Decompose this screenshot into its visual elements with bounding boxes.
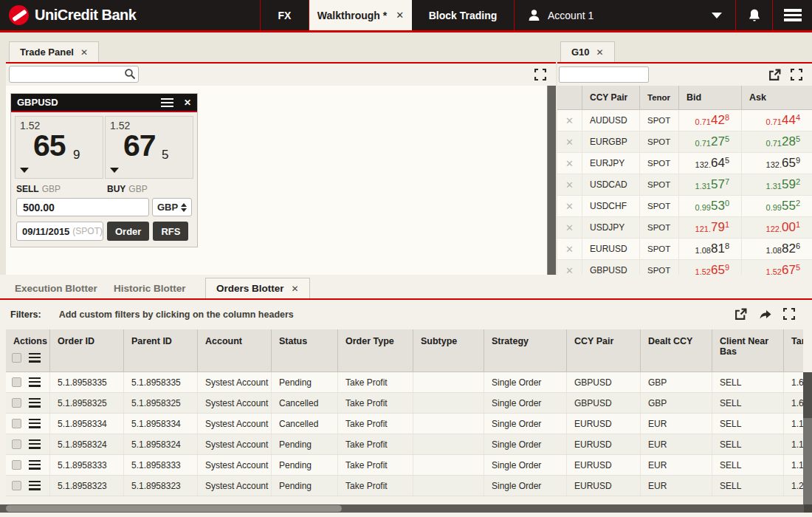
subtype-cell xyxy=(413,455,484,475)
order-button[interactable]: Order xyxy=(107,222,149,241)
tenor-cell: SPOT xyxy=(640,260,679,275)
close-icon[interactable]: ✕ xyxy=(292,284,299,294)
col-account[interactable]: Account xyxy=(198,329,272,372)
ask-price-cell[interactable]: 132.659 xyxy=(742,153,812,174)
remove-pair-icon[interactable]: ✕ xyxy=(557,239,582,259)
order-type-cell: Take Profit xyxy=(338,372,413,392)
row-menu-icon[interactable] xyxy=(29,353,41,363)
row-checkbox[interactable] xyxy=(12,419,21,428)
col-subtype[interactable]: Subtype xyxy=(413,329,484,372)
tab-walkthrough[interactable]: Walkthrough * ✕ xyxy=(309,0,412,30)
price-prefix: 0.71 xyxy=(695,139,711,148)
bid-price-cell[interactable]: 1.08818 xyxy=(679,239,742,259)
col-client-near-bas[interactable]: Client Near Bas xyxy=(712,329,784,372)
expand-icon[interactable] xyxy=(534,69,547,81)
ask-price-cell[interactable]: 1.31592 xyxy=(742,174,812,195)
tab-orders-blotter[interactable]: Orders Blotter ✕ xyxy=(205,278,310,298)
remove-pair-icon[interactable]: ✕ xyxy=(557,174,582,195)
bid-price-cell[interactable]: 0.99530 xyxy=(679,196,742,216)
popout-icon[interactable] xyxy=(734,308,747,321)
user-icon xyxy=(528,9,540,21)
remove-pair-icon[interactable]: ✕ xyxy=(557,131,582,152)
scrollbar-thumb[interactable] xyxy=(6,505,342,512)
close-icon[interactable]: ✕ xyxy=(396,10,404,21)
orders-horizontal-scrollbar[interactable] xyxy=(0,504,804,513)
row-checkbox[interactable] xyxy=(12,481,21,490)
ask-price-cell[interactable]: 0.99552 xyxy=(742,196,812,216)
tab-execution-blotter[interactable]: Execution Blotter xyxy=(4,278,108,298)
col-bid[interactable]: Bid xyxy=(679,86,742,109)
rfs-button[interactable]: RFS xyxy=(153,222,188,241)
expand-icon[interactable] xyxy=(783,308,796,321)
ask-price-cell[interactable]: 0.71444 xyxy=(742,110,812,131)
col-order-id[interactable]: Order ID xyxy=(50,329,124,372)
tab-block-trading[interactable]: Block Trading xyxy=(412,0,514,30)
row-checkbox[interactable] xyxy=(12,377,21,387)
g10-filter-input[interactable] xyxy=(559,66,649,83)
col-ask[interactable]: Ask xyxy=(742,86,812,109)
row-checkbox[interactable] xyxy=(12,439,21,449)
buy-price-tile[interactable]: 1.52 67 5 xyxy=(105,116,193,179)
instrument-search-input[interactable] xyxy=(9,66,139,83)
popout-icon[interactable] xyxy=(768,69,781,81)
main-menu-button[interactable] xyxy=(773,0,812,30)
col-dealt-ccy[interactable]: Dealt CCY xyxy=(641,329,712,372)
col-ccy-pair[interactable]: CCY Pair xyxy=(582,86,640,109)
col-tenor[interactable]: Tenor xyxy=(640,86,679,109)
sell-price-tile[interactable]: 1.52 65 9 xyxy=(15,116,103,179)
row-menu-icon[interactable] xyxy=(29,481,41,490)
bid-price-cell[interactable]: 121.791 xyxy=(679,217,742,238)
col-actions[interactable]: Actions xyxy=(6,329,50,372)
remove-pair-icon[interactable]: ✕ xyxy=(557,110,582,131)
orders-vertical-scrollbar[interactable] xyxy=(803,372,812,504)
widget-menu-icon[interactable] xyxy=(161,98,173,107)
close-icon[interactable]: ✕ xyxy=(80,47,88,58)
row-checkbox[interactable] xyxy=(12,398,21,408)
row-menu-icon[interactable] xyxy=(29,377,41,387)
bid-price-cell[interactable]: 1.31577 xyxy=(679,174,742,195)
remove-pair-icon[interactable]: ✕ xyxy=(557,217,582,238)
price-big: 42 xyxy=(711,113,725,128)
share-icon[interactable] xyxy=(759,308,771,321)
row-menu-icon[interactable] xyxy=(29,460,41,470)
tab-historic-blotter[interactable]: Historic Blotter xyxy=(103,278,196,298)
col-order-type[interactable]: Order Type xyxy=(338,329,413,372)
trade-panel-scrollbar[interactable] xyxy=(547,86,556,275)
bid-price-cell[interactable]: 0.71428 xyxy=(679,110,742,131)
expand-icon[interactable] xyxy=(791,69,803,81)
trade-panel-tabstrip: Trade Panel ✕ xyxy=(6,32,556,62)
account-selector[interactable]: Account 1 xyxy=(515,0,735,30)
bid-price-cell[interactable]: 0.71275 xyxy=(679,131,742,152)
select-all-checkbox[interactable] xyxy=(12,353,21,363)
close-icon[interactable]: ✕ xyxy=(596,47,604,58)
amount-input[interactable] xyxy=(16,198,149,216)
currency-select-value: GBP xyxy=(157,202,178,213)
remove-pair-icon[interactable]: ✕ xyxy=(557,260,582,275)
col-strategy[interactable]: Strategy xyxy=(484,329,567,372)
tab-trade-panel[interactable]: Trade Panel ✕ xyxy=(9,41,99,62)
remove-pair-icon[interactable]: ✕ xyxy=(557,153,582,174)
notifications-button[interactable] xyxy=(736,0,772,30)
col-targ[interactable]: Targ xyxy=(784,329,803,372)
currency-select[interactable]: GBP xyxy=(152,198,192,216)
row-menu-icon[interactable] xyxy=(29,419,41,428)
row-menu-icon[interactable] xyxy=(29,439,41,449)
col-status[interactable]: Status xyxy=(272,329,338,372)
row-menu-icon[interactable] xyxy=(29,398,41,408)
ask-price-cell[interactable]: 1.52675 xyxy=(742,260,812,275)
col-ccy-pair[interactable]: CCY Pair xyxy=(567,329,641,372)
ask-price-cell[interactable]: 1.08826 xyxy=(742,239,812,259)
ask-price-cell[interactable]: 122.001 xyxy=(742,217,812,238)
ask-price-cell[interactable]: 0.71285 xyxy=(742,131,812,152)
widget-close-icon[interactable]: ✕ xyxy=(184,97,191,108)
client-near-bas-cell: SELL xyxy=(712,372,784,392)
tab-g10[interactable]: G10 ✕ xyxy=(560,41,615,62)
remove-pair-icon[interactable]: ✕ xyxy=(557,196,582,216)
tab-fx[interactable]: FX xyxy=(261,0,309,30)
bid-price-cell[interactable]: 132.645 xyxy=(679,153,742,174)
value-date-field[interactable]: 09/11/2015 (SPOT) xyxy=(16,222,103,241)
row-checkbox[interactable] xyxy=(12,460,21,470)
col-parent-id[interactable]: Parent ID xyxy=(124,329,198,372)
bid-price-cell[interactable]: 1.52659 xyxy=(679,260,742,275)
scrollbar-thumb[interactable] xyxy=(803,372,812,418)
